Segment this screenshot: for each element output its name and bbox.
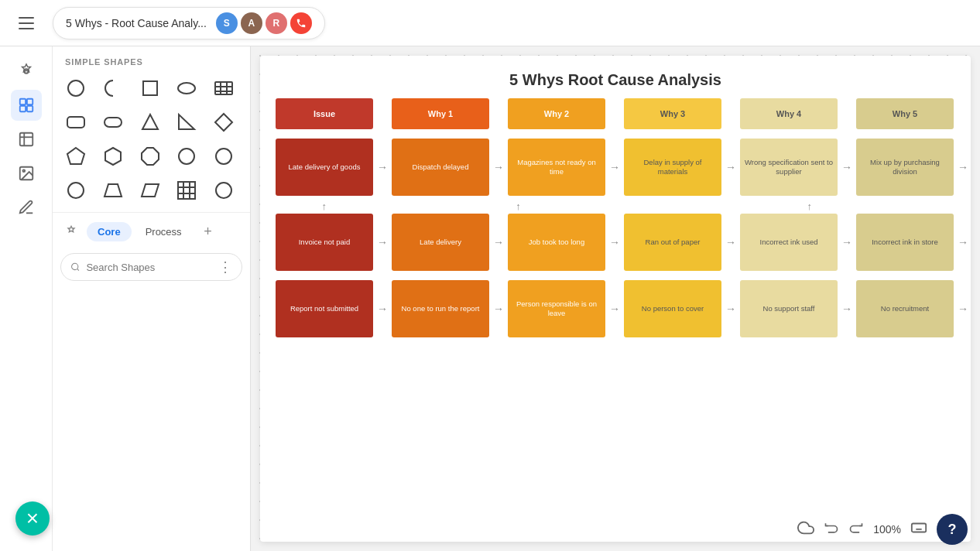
shape-circle3[interactable]: [208, 141, 239, 172]
menu-button[interactable]: [12, 9, 40, 37]
arrow: →: [489, 161, 508, 173]
svg-rect-3: [19, 106, 25, 111]
document-title-pill: 5 Whys - Root Cause Analy... S A R: [53, 7, 325, 39]
shape-ellipse[interactable]: [171, 73, 202, 104]
undo-icon[interactable]: [824, 520, 839, 539]
svg-rect-19: [105, 118, 122, 127]
svg-rect-1: [19, 99, 25, 104]
shape-octagon[interactable]: [135, 141, 166, 172]
sidebar-draw-icon[interactable]: [11, 192, 42, 223]
svg-marker-21: [179, 115, 194, 129]
svg-rect-18: [67, 117, 84, 128]
cell-r2-why4: Incorrect ink used: [740, 214, 838, 271]
cell-r2-why1: Late delivery: [392, 214, 489, 271]
shape-crescent[interactable]: [98, 73, 128, 104]
data-row-2: Invoice not paid → Late delivery → Job t…: [276, 214, 955, 271]
shape-right-triangle[interactable]: [171, 107, 202, 138]
svg-rect-11: [143, 81, 157, 95]
svg-rect-13: [215, 82, 232, 94]
cell-r3-why4: No support staff: [740, 280, 838, 337]
fab-button[interactable]: ×: [15, 501, 50, 536]
shape-extra[interactable]: [208, 175, 239, 206]
header-why5: Why 5: [856, 98, 954, 129]
svg-marker-24: [105, 148, 121, 165]
svg-marker-29: [105, 184, 122, 197]
cloud-icon[interactable]: [797, 519, 814, 540]
svg-point-37: [72, 263, 78, 269]
shape-trapezoid[interactable]: [98, 175, 128, 206]
search-menu-button[interactable]: ⋮: [218, 258, 232, 276]
sidebar-elements-icon[interactable]: [11, 90, 42, 121]
diagram-grid: Issue Why 1 Why 2 Why 3 Why 4 Why 5 Root…: [260, 98, 971, 353]
sidebar-frames-icon[interactable]: [11, 124, 42, 155]
svg-point-10: [68, 80, 84, 96]
svg-marker-20: [142, 115, 158, 129]
svg-rect-31: [178, 182, 195, 199]
svg-point-28: [68, 183, 84, 198]
shape-square[interactable]: [135, 73, 166, 104]
tab-process[interactable]: Process: [135, 222, 193, 241]
shape-table[interactable]: [208, 73, 239, 104]
header-why1: Why 1: [392, 98, 489, 129]
main-canvas: 5 Whys Root Cause Analysis Issue Why 1 W…: [251, 46, 980, 551]
shape-circle[interactable]: [60, 73, 91, 104]
arrow: →: [954, 236, 971, 248]
left-sidebar: [0, 46, 53, 551]
arrow: →: [954, 303, 971, 315]
help-button[interactable]: ?: [937, 514, 968, 545]
diagram-title: 5 Whys Root Cause Analysis: [260, 56, 971, 98]
header-why4: Why 4: [740, 98, 838, 129]
arrow: →: [954, 161, 971, 173]
redo-icon[interactable]: [848, 520, 864, 539]
cell-r2-why2: Job took too long: [508, 214, 605, 271]
shape-diamond[interactable]: [208, 107, 239, 138]
keyboard-icon[interactable]: [910, 519, 927, 540]
header-why2: Why 2: [508, 98, 605, 129]
zoom-label: 100%: [873, 523, 901, 536]
topbar: 5 Whys - Root Cause Analy... S A R: [0, 0, 980, 46]
avatar-s[interactable]: S: [216, 12, 238, 34]
cell-r3-why5: No recruitment: [856, 280, 954, 337]
shape-circle2[interactable]: [171, 141, 202, 172]
shape-hexagon[interactable]: [98, 141, 128, 172]
search-shapes-bar: ⋮: [60, 253, 242, 281]
avatar-a[interactable]: A: [241, 12, 262, 34]
avatar-group: S A R: [216, 12, 312, 34]
arrow: →: [721, 236, 740, 248]
header-issue: Issue: [276, 98, 373, 129]
arrow: →: [489, 236, 508, 248]
shape-tabs: Core Process +: [53, 212, 250, 247]
shape-stadium[interactable]: [98, 107, 128, 138]
avatar-r[interactable]: R: [266, 12, 287, 34]
svg-marker-30: [142, 184, 159, 197]
cell-r1-why5: Mix up by purchasing division: [856, 139, 954, 196]
data-row-1: Late delivery of goods → Dispatch delaye…: [276, 139, 955, 196]
call-button[interactable]: [290, 12, 312, 34]
shape-rounded-rect[interactable]: [60, 107, 91, 138]
tab-core[interactable]: Core: [87, 222, 132, 241]
data-row-3: Report not submitted → No one to run the…: [276, 280, 955, 337]
svg-rect-2: [26, 99, 32, 104]
shape-pentagon[interactable]: [60, 141, 91, 172]
cell-r1-why1: Dispatch delayed: [392, 139, 489, 196]
search-shapes-input[interactable]: [86, 262, 212, 273]
shape-grid[interactable]: [171, 175, 202, 206]
cell-r3-why3: No person to cover: [624, 280, 721, 337]
svg-point-36: [216, 183, 231, 198]
arrow: →: [838, 236, 856, 248]
arrow: →: [605, 161, 624, 173]
shape-triangle[interactable]: [135, 107, 166, 138]
shapes-grid: [53, 73, 250, 206]
add-tab-button[interactable]: +: [197, 221, 219, 242]
shapes-section-label: Simple Shapes: [53, 46, 250, 73]
sidebar-images-icon[interactable]: [11, 158, 42, 189]
svg-marker-23: [67, 148, 84, 164]
shape-circle4[interactable]: [60, 175, 91, 206]
arrow: →: [721, 161, 740, 173]
sidebar-shapes-icon[interactable]: [11, 56, 42, 87]
shape-parallelogram[interactable]: [135, 175, 166, 206]
cell-r3-why1: No one to run the report: [392, 280, 489, 337]
cell-r1-issue: Late delivery of goods: [276, 139, 373, 196]
bottom-bar: 100% ?: [785, 508, 980, 551]
arrow: →: [489, 303, 508, 315]
